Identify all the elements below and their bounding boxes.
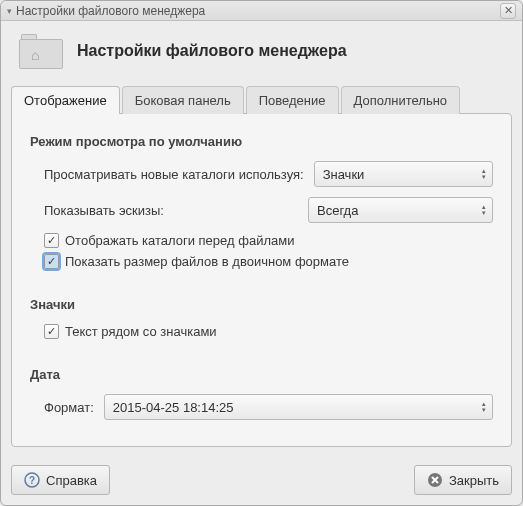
section-default-view: Режим просмотра по умолчанию	[30, 134, 493, 149]
help-button[interactable]: ? Справка	[11, 465, 110, 495]
combo-date-format[interactable]: 2015-04-25 18:14:25 ▴▾	[104, 394, 493, 420]
dialog-title: Настройки файлового менеджера	[77, 42, 347, 60]
checkbox-text-beside-icons[interactable]: ✓	[44, 324, 59, 339]
label-view-new-folders: Просматривать новые каталоги используя:	[44, 167, 304, 182]
window-title: Настройки файлового менеджера	[16, 4, 500, 18]
close-icon	[427, 472, 443, 488]
tab-behavior[interactable]: Поведение	[246, 86, 339, 114]
svg-text:?: ?	[29, 475, 35, 486]
checkbox-binary-size[interactable]: ✓	[44, 254, 59, 269]
tab-bar: Отображение Боковая панель Поведение Доп…	[1, 86, 522, 114]
combo-thumbnails-value: Всегда	[317, 203, 358, 218]
combo-view-mode[interactable]: Значки ▴▾	[314, 161, 493, 187]
preferences-window: ▾ Настройки файлового менеджера ✕ ⌂ Наст…	[0, 0, 523, 506]
close-button-label: Закрыть	[449, 473, 499, 488]
tab-sidepanel[interactable]: Боковая панель	[122, 86, 244, 114]
section-date: Дата	[30, 367, 493, 382]
titlebar[interactable]: ▾ Настройки файлового менеджера ✕	[1, 1, 522, 21]
tab-panel-display: Режим просмотра по умолчанию Просматрива…	[11, 113, 512, 447]
tab-display[interactable]: Отображение	[11, 86, 120, 114]
spinner-icon: ▴▾	[482, 401, 486, 413]
combo-thumbnails[interactable]: Всегда ▴▾	[308, 197, 493, 223]
help-button-label: Справка	[46, 473, 97, 488]
section-icons: Значки	[30, 297, 493, 312]
help-icon: ?	[24, 472, 40, 488]
file-manager-icon: ⌂	[17, 31, 65, 71]
close-button[interactable]: Закрыть	[414, 465, 512, 495]
label-show-thumbnails: Показывать эскизы:	[44, 203, 298, 218]
checkbox-folders-before-files[interactable]: ✓	[44, 233, 59, 248]
label-format: Формат:	[44, 400, 94, 415]
dialog-header: ⌂ Настройки файлового менеджера	[1, 21, 522, 85]
dialog-footer: ? Справка Закрыть	[1, 457, 522, 505]
spinner-icon: ▴▾	[482, 204, 486, 216]
combo-view-mode-value: Значки	[323, 167, 365, 182]
window-close-button[interactable]: ✕	[500, 3, 516, 19]
window-menu-icon[interactable]: ▾	[7, 6, 12, 16]
label-folders-before-files[interactable]: Отображать каталоги перед файлами	[65, 233, 294, 248]
label-text-beside-icons[interactable]: Текст рядом со значками	[65, 324, 217, 339]
combo-date-format-value: 2015-04-25 18:14:25	[113, 400, 234, 415]
tab-advanced[interactable]: Дополнительно	[341, 86, 461, 114]
spinner-icon: ▴▾	[482, 168, 486, 180]
label-binary-size[interactable]: Показать размер файлов в двоичном формат…	[65, 254, 349, 269]
